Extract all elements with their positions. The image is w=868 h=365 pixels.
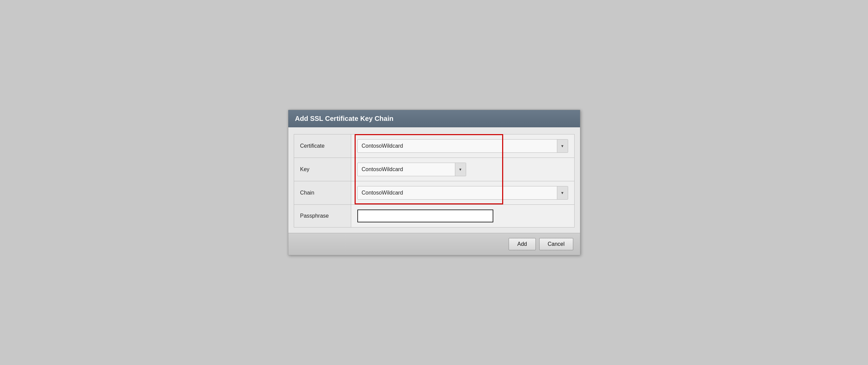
key-value: ContosoWildcard: [358, 164, 455, 175]
chain-input-cell: ContosoWildcard ▼: [351, 181, 574, 205]
chain-dropdown-arrow[interactable]: ▼: [557, 186, 568, 199]
dialog: Add SSL Certificate Key Chain Certificat…: [288, 110, 580, 255]
certificate-select-wrapper[interactable]: ContosoWildcard ▼: [357, 139, 568, 153]
key-row: Key ContosoWildcard ▼: [294, 158, 574, 181]
dialog-footer: Add Cancel: [288, 233, 580, 255]
passphrase-row: Passphrase: [294, 205, 574, 227]
add-button[interactable]: Add: [509, 238, 536, 250]
certificate-label: Certificate: [294, 134, 351, 158]
passphrase-input-cell: [351, 205, 574, 227]
dialog-title: Add SSL Certificate Key Chain: [295, 115, 394, 122]
cancel-button[interactable]: Cancel: [539, 238, 573, 250]
passphrase-input[interactable]: [357, 209, 493, 222]
chain-select-wrapper[interactable]: ContosoWildcard ▼: [357, 186, 568, 200]
passphrase-label: Passphrase: [294, 205, 351, 227]
chain-label: Chain: [294, 181, 351, 205]
certificate-dropdown-arrow[interactable]: ▼: [557, 140, 568, 152]
certificate-input-cell: ContosoWildcard ▼: [351, 134, 574, 158]
key-label: Key: [294, 158, 351, 181]
chain-row: Chain ContosoWildcard ▼: [294, 181, 574, 205]
dialog-body: Certificate ContosoWildcard ▼ Key: [288, 127, 580, 233]
certificate-row: Certificate ContosoWildcard ▼: [294, 134, 574, 158]
key-dropdown-arrow[interactable]: ▼: [455, 163, 466, 176]
chain-value: ContosoWildcard: [358, 187, 557, 199]
certificate-value: ContosoWildcard: [358, 140, 557, 152]
form-table: Certificate ContosoWildcard ▼ Key: [294, 134, 575, 227]
key-input-cell: ContosoWildcard ▼: [351, 158, 574, 181]
key-select-wrapper[interactable]: ContosoWildcard ▼: [357, 163, 466, 176]
dialog-title-bar: Add SSL Certificate Key Chain: [288, 110, 580, 127]
